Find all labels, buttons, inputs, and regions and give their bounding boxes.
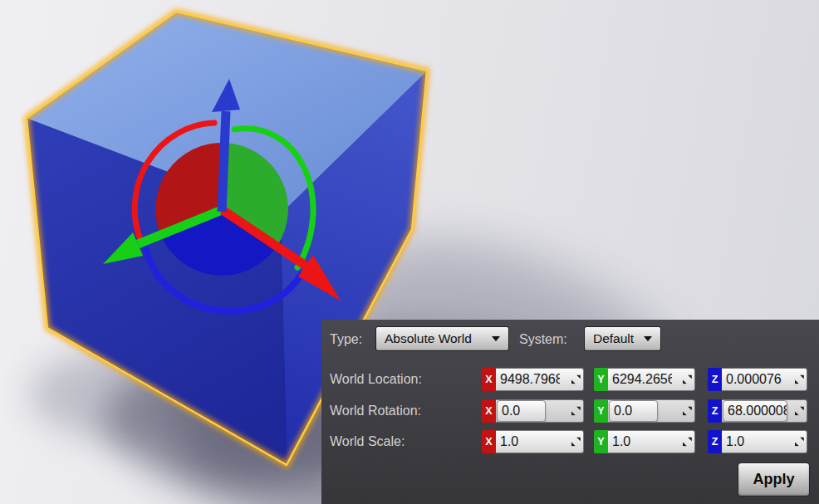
- rotation-y-input[interactable]: 0.0: [608, 399, 695, 423]
- scale-x-value: 1.0: [500, 434, 560, 449]
- system-label: System:: [519, 326, 567, 352]
- drag-spinner-icon[interactable]: [683, 438, 692, 447]
- world-rotation-label: World Rotation:: [330, 399, 479, 423]
- type-dropdown-value: Absolute World: [385, 331, 472, 346]
- dropdown-caret-icon: [644, 336, 652, 341]
- axis-y-label: Y: [594, 430, 608, 453]
- axis-z-label: Z: [708, 430, 722, 453]
- dropdown-caret-icon: [492, 336, 500, 341]
- rotation-y-spinbox[interactable]: 0.0: [609, 400, 658, 422]
- location-y-value: 6294.2656: [612, 372, 672, 387]
- scale-y-field[interactable]: Y 1.0: [594, 430, 695, 453]
- location-x-input[interactable]: 9498.7968: [496, 368, 584, 391]
- transform-panel: Type: Absolute World System: Default Wor…: [321, 320, 819, 504]
- rotation-x-input[interactable]: 0.0: [496, 399, 584, 423]
- type-label: Type:: [330, 326, 362, 352]
- location-y-field[interactable]: Y 6294.2656: [594, 368, 695, 391]
- rotation-z-spinbox[interactable]: 68.000008: [723, 400, 787, 422]
- system-dropdown[interactable]: Default: [584, 326, 661, 351]
- drag-spinner-icon[interactable]: [795, 375, 804, 384]
- rotation-z-input[interactable]: 68.000008: [722, 399, 807, 423]
- location-x-field[interactable]: X 9498.7968: [482, 368, 584, 391]
- drag-spinner-icon[interactable]: [571, 375, 581, 384]
- location-y-input[interactable]: 6294.2656: [608, 368, 695, 391]
- drag-spinner-icon[interactable]: [571, 407, 581, 416]
- world-scale-label: World Scale:: [330, 430, 479, 453]
- apply-button[interactable]: Apply: [738, 462, 810, 497]
- location-x-value: 9498.7968: [500, 372, 560, 387]
- scale-y-value: 1.0: [612, 434, 672, 449]
- axis-y-label: Y: [594, 399, 608, 423]
- axis-z-label: Z: [708, 399, 722, 423]
- rotation-x-spinbox[interactable]: 0.0: [497, 400, 546, 422]
- rotation-x-value: 0.0: [502, 404, 545, 418]
- axis-x-label: X: [482, 430, 496, 453]
- location-z-field[interactable]: Z 0.000076: [708, 368, 807, 391]
- axis-y-label: Y: [594, 368, 608, 391]
- scale-z-value: 1.0: [726, 434, 786, 449]
- axis-z-label: Z: [708, 368, 722, 391]
- scale-z-field[interactable]: Z 1.0: [708, 430, 807, 453]
- scale-x-input[interactable]: 1.0: [496, 430, 584, 453]
- drag-spinner-icon[interactable]: [571, 438, 581, 447]
- drag-spinner-icon[interactable]: [683, 407, 692, 416]
- scale-y-input[interactable]: 1.0: [608, 430, 695, 453]
- drag-spinner-icon[interactable]: [795, 407, 804, 416]
- drag-spinner-icon[interactable]: [795, 438, 804, 447]
- rotation-y-field[interactable]: Y 0.0: [594, 399, 695, 423]
- world-location-label: World Location:: [330, 368, 479, 391]
- drag-spinner-icon[interactable]: [683, 375, 692, 384]
- scale-x-field[interactable]: X 1.0: [482, 430, 584, 453]
- z-arrow-shaft[interactable]: [222, 111, 226, 212]
- axis-x-label: X: [482, 368, 496, 391]
- location-z-input[interactable]: 0.000076: [722, 368, 807, 391]
- type-dropdown[interactable]: Absolute World: [375, 326, 509, 351]
- system-dropdown-value: Default: [593, 331, 634, 346]
- scale-z-input[interactable]: 1.0: [722, 430, 807, 453]
- rotation-x-field[interactable]: X 0.0: [482, 399, 584, 423]
- rotation-z-field[interactable]: Z 68.000008: [708, 399, 807, 423]
- location-z-value: 0.000076: [726, 372, 786, 387]
- axis-x-label: X: [482, 399, 496, 423]
- rotation-z-value: 68.000008: [728, 404, 787, 418]
- rotation-y-value: 0.0: [614, 404, 657, 418]
